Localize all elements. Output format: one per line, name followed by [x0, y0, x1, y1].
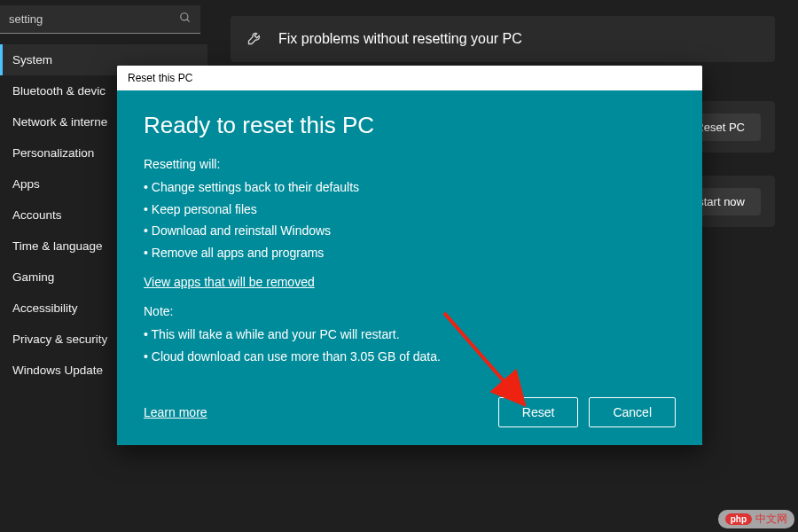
dialog-footer: Learn more Reset Cancel — [144, 397, 676, 427]
dialog-body: Ready to reset this PC Resetting will: C… — [117, 90, 702, 445]
watermark-text: 中文网 — [755, 512, 787, 527]
dialog-title: Reset this PC — [117, 66, 702, 90]
fix-problems-tile[interactable]: Fix problems without resetting your PC — [231, 16, 775, 62]
sidebar-item-label: Time & language — [12, 239, 103, 253]
learn-more-link[interactable]: Learn more — [144, 405, 207, 419]
search-input[interactable]: setting — [0, 5, 200, 34]
reset-pc-dialog: Reset this PC Ready to reset this PC Res… — [117, 66, 702, 445]
view-apps-link[interactable]: View apps that will be removed — [144, 275, 315, 289]
sidebar-item-label: Bluetooth & devic — [12, 84, 106, 98]
list-item: Download and reinstall Windows — [144, 220, 676, 242]
search-text: setting — [9, 12, 43, 26]
svg-line-1 — [187, 20, 190, 22]
svg-point-0 — [181, 13, 188, 20]
sidebar-item-label: Accounts — [12, 208, 62, 222]
sidebar-item-label: Accessibility — [12, 301, 78, 315]
watermark: php 中文网 — [718, 510, 794, 528]
list-item: Cloud download can use more than 3.05 GB… — [144, 346, 676, 368]
wrench-icon — [246, 28, 264, 50]
note-label: Note: — [144, 304, 676, 318]
sidebar-item-label: System — [12, 53, 52, 66]
list-item: Change settings back to their defaults — [144, 176, 676, 199]
sidebar-item-label: Privacy & security — [12, 332, 107, 346]
reset-list: Change settings back to their defaults K… — [144, 176, 676, 263]
reset-button[interactable]: Reset — [498, 397, 579, 427]
note-list: This will take a while and your PC will … — [144, 324, 676, 367]
resetting-label: Resetting will: — [144, 157, 676, 171]
search-icon — [179, 12, 192, 27]
sidebar-item-label: Network & interne — [12, 115, 107, 129]
watermark-brand: php — [725, 513, 752, 525]
fix-tile-label: Fix problems without resetting your PC — [278, 31, 522, 47]
cancel-button[interactable]: Cancel — [589, 397, 676, 427]
sidebar-item-label: Personalization — [12, 146, 94, 160]
sidebar-item-label: Apps — [12, 177, 40, 191]
sidebar-item-label: Gaming — [12, 270, 54, 284]
list-item: Keep personal files — [144, 199, 676, 221]
list-item: This will take a while and your PC will … — [144, 324, 676, 346]
list-item: Remove all apps and programs — [144, 242, 676, 264]
sidebar-item-label: Windows Update — [12, 364, 103, 377]
dialog-heading: Ready to reset this PC — [144, 112, 676, 139]
